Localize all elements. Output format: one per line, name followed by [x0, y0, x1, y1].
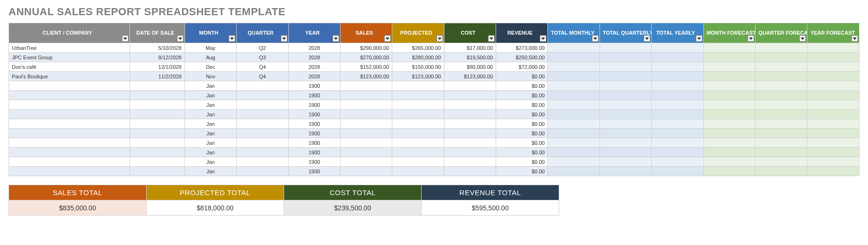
- cell-projected[interactable]: [392, 119, 444, 129]
- table-row[interactable]: Jan1900$0.00: [9, 138, 859, 148]
- cell-year-forecast[interactable]: [807, 157, 859, 167]
- cell-total-yearly[interactable]: [652, 157, 703, 167]
- cell-year[interactable]: 2028: [288, 62, 340, 72]
- cell-year-forecast[interactable]: [807, 72, 859, 81]
- cell-month[interactable]: Jan: [185, 81, 236, 91]
- cell-total-yearly[interactable]: [652, 129, 703, 138]
- cell-client[interactable]: [9, 129, 130, 138]
- cell-year[interactable]: 1900: [288, 138, 340, 148]
- cell-year-forecast[interactable]: [807, 43, 859, 53]
- cell-quarter[interactable]: [237, 157, 288, 167]
- cell-client[interactable]: [9, 138, 130, 148]
- cell-quarter-forecast[interactable]: [756, 72, 807, 81]
- cell-month-forecast[interactable]: [703, 129, 755, 138]
- cell-total-monthly[interactable]: [548, 110, 600, 119]
- cell-cost[interactable]: [444, 157, 496, 167]
- cell-month[interactable]: Jan: [185, 100, 236, 110]
- cell-total-quarterly[interactable]: [600, 138, 651, 148]
- cell-client[interactable]: Don's café: [9, 62, 130, 72]
- cell-month[interactable]: Jan: [185, 110, 236, 119]
- table-row[interactable]: JPC Event Group8/12/2028AugQ32028$270,00…: [9, 53, 859, 62]
- cell-month-forecast[interactable]: [703, 91, 755, 100]
- cell-quarter-forecast[interactable]: [756, 167, 807, 176]
- cell-year[interactable]: 1900: [288, 119, 340, 129]
- cell-cost[interactable]: $123,000.00: [444, 72, 496, 81]
- filter-icon[interactable]: [281, 35, 287, 42]
- cell-cost[interactable]: $17,000.00: [444, 43, 496, 53]
- cell-revenue[interactable]: $0.00: [496, 72, 548, 81]
- cell-quarter[interactable]: Q4: [237, 72, 288, 81]
- cell-quarter[interactable]: [237, 119, 288, 129]
- cell-projected[interactable]: [392, 110, 444, 119]
- cell-revenue[interactable]: $0.00: [496, 119, 548, 129]
- cell-year-forecast[interactable]: [807, 91, 859, 100]
- filter-icon[interactable]: [799, 35, 806, 42]
- table-row[interactable]: Jan1900$0.00: [9, 110, 859, 119]
- cell-quarter-forecast[interactable]: [756, 43, 807, 53]
- cell-cost[interactable]: [444, 119, 496, 129]
- cell-month-forecast[interactable]: [703, 53, 755, 62]
- cell-revenue[interactable]: $0.00: [496, 138, 548, 148]
- cell-cost[interactable]: $19,500.00: [444, 53, 496, 62]
- cell-year[interactable]: 2028: [288, 72, 340, 81]
- cell-client[interactable]: [9, 110, 130, 119]
- cell-month-forecast[interactable]: [703, 110, 755, 119]
- cell-revenue[interactable]: $0.00: [496, 129, 548, 138]
- cell-total-quarterly[interactable]: [600, 43, 651, 53]
- cell-sales[interactable]: $152,000.00: [340, 62, 392, 72]
- cell-month[interactable]: Jan: [185, 138, 236, 148]
- cell-sales[interactable]: [340, 129, 392, 138]
- cell-total-yearly[interactable]: [652, 91, 703, 100]
- cell-total-monthly[interactable]: [548, 138, 600, 148]
- cell-total-quarterly[interactable]: [600, 100, 651, 110]
- cell-total-monthly[interactable]: [548, 100, 600, 110]
- cell-total-monthly[interactable]: [548, 91, 600, 100]
- cell-sales[interactable]: [340, 167, 392, 176]
- cell-total-yearly[interactable]: [652, 119, 703, 129]
- table-row[interactable]: Jan1900$0.00: [9, 157, 859, 167]
- cell-date[interactable]: 5/10/2028: [130, 43, 185, 53]
- cell-cost[interactable]: [444, 110, 496, 119]
- cell-month[interactable]: Jan: [185, 91, 236, 100]
- cell-month-forecast[interactable]: [703, 138, 755, 148]
- cell-year-forecast[interactable]: [807, 81, 859, 91]
- cell-quarter-forecast[interactable]: [756, 81, 807, 91]
- cell-revenue[interactable]: $0.00: [496, 157, 548, 167]
- cell-cost[interactable]: [444, 138, 496, 148]
- cell-total-quarterly[interactable]: [600, 91, 651, 100]
- cell-month[interactable]: Jan: [185, 148, 236, 157]
- cell-quarter[interactable]: [237, 110, 288, 119]
- cell-year[interactable]: 1900: [288, 148, 340, 157]
- cell-quarter[interactable]: [237, 138, 288, 148]
- cell-total-yearly[interactable]: [652, 148, 703, 157]
- cell-month[interactable]: Dec: [185, 62, 236, 72]
- table-row[interactable]: Jan1900$0.00: [9, 148, 859, 157]
- cell-year[interactable]: 1900: [288, 100, 340, 110]
- cell-total-yearly[interactable]: [652, 110, 703, 119]
- cell-year-forecast[interactable]: [807, 100, 859, 110]
- cell-client[interactable]: Paul's Boutique: [9, 72, 130, 81]
- cell-month[interactable]: Jan: [185, 129, 236, 138]
- cell-client[interactable]: [9, 100, 130, 110]
- cell-month[interactable]: Aug: [185, 53, 236, 62]
- filter-icon[interactable]: [540, 35, 546, 42]
- cell-sales[interactable]: [340, 81, 392, 91]
- cell-total-monthly[interactable]: [548, 148, 600, 157]
- cell-month-forecast[interactable]: [703, 81, 755, 91]
- cell-client[interactable]: [9, 157, 130, 167]
- cell-projected[interactable]: [392, 148, 444, 157]
- filter-icon[interactable]: [177, 35, 184, 42]
- cell-projected[interactable]: [392, 129, 444, 138]
- cell-sales[interactable]: $123,000.00: [340, 72, 392, 81]
- cell-client[interactable]: [9, 148, 130, 157]
- cell-total-monthly[interactable]: [548, 129, 600, 138]
- cell-date[interactable]: 8/12/2028: [130, 53, 185, 62]
- cell-quarter[interactable]: [237, 129, 288, 138]
- cell-total-quarterly[interactable]: [600, 62, 651, 72]
- table-row[interactable]: UrbanTree5/10/2028MayQ22028$290,000.00$2…: [9, 43, 859, 53]
- cell-quarter-forecast[interactable]: [756, 91, 807, 100]
- cell-year[interactable]: 1900: [288, 110, 340, 119]
- cell-total-yearly[interactable]: [652, 72, 703, 81]
- cell-year[interactable]: 2028: [288, 53, 340, 62]
- cell-year[interactable]: 1900: [288, 81, 340, 91]
